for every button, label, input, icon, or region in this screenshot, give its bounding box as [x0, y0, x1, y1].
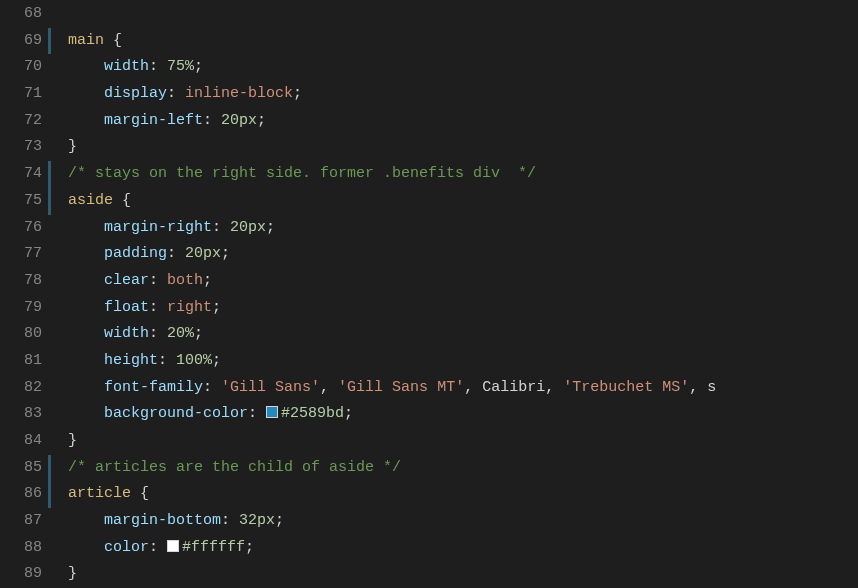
code-line[interactable]: /* stays on the right side. former .bene…: [68, 161, 858, 188]
code-line[interactable]: padding: 20px;: [68, 241, 858, 268]
modified-line-indicator: [48, 482, 51, 509]
code-line[interactable]: width: 75%;: [68, 54, 858, 81]
line-number: 77: [0, 241, 42, 268]
modified-line-indicator: [48, 455, 51, 482]
modified-line-indicator: [48, 188, 51, 215]
code-content[interactable]: main { width: 75%; display: inline-block…: [54, 0, 858, 588]
line-number: 80: [0, 321, 42, 348]
code-editor[interactable]: 6869707172737475767778798081828384858687…: [0, 0, 858, 588]
code-line[interactable]: margin-left: 20px;: [68, 108, 858, 135]
line-number: 74: [0, 161, 42, 188]
code-line[interactable]: }: [68, 561, 858, 588]
code-line[interactable]: display: inline-block;: [68, 81, 858, 108]
line-number: 79: [0, 295, 42, 322]
line-number: 85: [0, 455, 42, 482]
code-line[interactable]: background-color: #2589bd;: [68, 401, 858, 428]
line-number: 72: [0, 108, 42, 135]
color-swatch-icon[interactable]: [266, 406, 278, 418]
line-number: 69: [0, 28, 42, 55]
code-line[interactable]: article {: [68, 481, 858, 508]
line-number: 87: [0, 508, 42, 535]
modified-line-indicator: [48, 161, 51, 188]
line-number: 73: [0, 134, 42, 161]
line-number: 84: [0, 428, 42, 455]
color-swatch-icon[interactable]: [167, 540, 179, 552]
code-line[interactable]: float: right;: [68, 295, 858, 322]
code-line[interactable]: height: 100%;: [68, 348, 858, 375]
line-number: 78: [0, 268, 42, 295]
line-number: 70: [0, 54, 42, 81]
line-number: 75: [0, 188, 42, 215]
code-line[interactable]: /* articles are the child of aside */: [68, 455, 858, 482]
code-line[interactable]: clear: both;: [68, 268, 858, 295]
code-line[interactable]: width: 20%;: [68, 321, 858, 348]
line-number: 81: [0, 348, 42, 375]
code-line[interactable]: }: [68, 428, 858, 455]
line-number: 71: [0, 81, 42, 108]
code-line[interactable]: aside {: [68, 188, 858, 215]
code-line[interactable]: margin-bottom: 32px;: [68, 508, 858, 535]
modified-line-indicator: [48, 28, 51, 55]
code-line[interactable]: }: [68, 134, 858, 161]
code-line[interactable]: font-family: 'Gill Sans', 'Gill Sans MT'…: [68, 375, 858, 402]
modification-indicator-column: [48, 0, 54, 588]
line-number: 88: [0, 535, 42, 562]
line-number: 68: [0, 1, 42, 28]
line-number: 76: [0, 215, 42, 242]
line-number-gutter: 6869707172737475767778798081828384858687…: [0, 0, 48, 588]
code-line[interactable]: color: #ffffff;: [68, 535, 858, 562]
code-line[interactable]: [68, 1, 858, 28]
line-number: 89: [0, 561, 42, 588]
line-number: 82: [0, 375, 42, 402]
line-number: 83: [0, 401, 42, 428]
line-number: 86: [0, 481, 42, 508]
code-line[interactable]: main {: [68, 28, 858, 55]
code-line[interactable]: margin-right: 20px;: [68, 215, 858, 242]
